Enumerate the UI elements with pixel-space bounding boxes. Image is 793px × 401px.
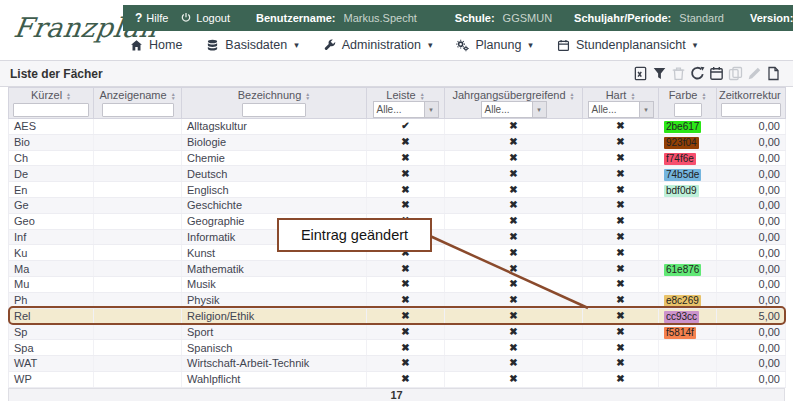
cell-kuerzel: WP (9, 371, 94, 387)
calendar-icon[interactable] (709, 66, 724, 81)
cell-kuerzel: En (9, 182, 94, 198)
table-row[interactable]: SpSport✖✖✖f5814f0,00 (9, 324, 786, 340)
logout-link[interactable]: Logout (180, 12, 230, 24)
cross-icon: ✖ (367, 182, 445, 198)
chevron-down-icon: ▾ (528, 40, 533, 50)
cell-farbe: cc93cc (659, 308, 717, 324)
zeitkorrektur-filter-input[interactable] (721, 103, 781, 117)
jahrgangsuebergreifend-filter-select[interactable]: Alle...▾ (481, 101, 547, 118)
color-swatch: cc93cc (664, 311, 699, 323)
cross-icon: ✖ (445, 229, 583, 245)
color-swatch: 2be617 (664, 121, 701, 133)
cell-kuerzel: Ph (9, 292, 94, 308)
administration-icon (323, 39, 336, 52)
table-row[interactable]: EnEnglisch✖✖✖bdf0d90,00 (9, 182, 786, 198)
cell-zeitkorrektur: 0,00 (717, 213, 786, 229)
nav-item-label: Basisdaten (225, 38, 287, 52)
table-row[interactable]: AESAlltagskultur✔✖✖2be6170,00 (9, 119, 786, 135)
cross-icon: ✖ (445, 119, 583, 135)
cross-icon: ✖ (445, 355, 583, 371)
cell-bezeichnung: Chemie (182, 150, 367, 166)
cell-anzeigename (94, 308, 182, 324)
column-header-zeitkorrektur[interactable]: Zeitkorrektur▲▼ (717, 88, 786, 102)
bezeichnung-filter-input[interactable] (242, 103, 306, 117)
table-row[interactable]: SpaSpanisch✖✖✖0,00 (9, 340, 786, 356)
cell-kuerzel: Ch (9, 150, 94, 166)
cell-anzeigename (94, 166, 182, 182)
table-row[interactable]: WPWahlpflicht✖✖✖0,00 (9, 371, 786, 387)
table-row[interactable]: PhPhysik✖✖✖e8c2690,00 (9, 292, 786, 308)
cell-bezeichnung: Mathematik (182, 261, 367, 277)
cell-kuerzel: Spa (9, 340, 94, 356)
panel-toolbar (633, 66, 783, 81)
edit-icon (747, 66, 762, 81)
column-header-farbe[interactable]: Farbe▲▼ (659, 88, 717, 102)
panel-header: Liste der Fächer (0, 60, 793, 87)
table-row[interactable]: GeGeschichte✖✖✖0,00 (9, 197, 786, 213)
nav-item-home[interactable]: Home (130, 38, 182, 52)
table-row[interactable]: MuMusik✖✖✖0,00 (9, 276, 786, 292)
nav-item-planung[interactable]: Planung▾ (456, 38, 532, 52)
cross-icon: ✖ (583, 150, 659, 166)
column-header-bezeichnung[interactable]: Bezeichnung▲▼ (182, 88, 367, 102)
period-label: Schuljahr/Periode: (574, 12, 671, 24)
cross-icon: ✖ (367, 371, 445, 387)
nav-item-basisdaten[interactable]: Basisdaten▾ (206, 38, 298, 52)
cross-icon: ✖ (583, 119, 659, 135)
cell-kuerzel: Ku (9, 245, 94, 261)
cell-farbe (659, 276, 717, 292)
column-header-hart[interactable]: Hart▲▼ (583, 88, 659, 102)
table-row[interactable]: BioBiologie✖✖✖923f040,00 (9, 134, 786, 150)
nav-item-label: Planung (475, 38, 521, 52)
table-row[interactable]: WATWirtschaft-Arbeit-Technik✖✖✖0,00 (9, 355, 786, 371)
nav-item-administration[interactable]: Administration▾ (323, 38, 433, 52)
cross-icon: ✖ (583, 182, 659, 198)
sort-icon: ▲▼ (66, 92, 71, 100)
cell-bezeichnung: Physik (182, 292, 367, 308)
color-swatch: bdf0d9 (664, 185, 699, 197)
cross-icon: ✖ (583, 229, 659, 245)
cross-icon: ✖ (445, 261, 583, 277)
callout-text: Eintrag geändert (301, 227, 408, 243)
cross-icon: ✖ (583, 197, 659, 213)
column-header-leiste[interactable]: Leiste▲▼ (367, 88, 445, 102)
anzeigename-filter-input[interactable] (102, 103, 174, 117)
cross-icon: ✖ (445, 134, 583, 150)
callout-box: Eintrag geändert (277, 218, 432, 252)
sort-icon: ▲▼ (701, 92, 706, 100)
table-row[interactable]: DeDeutsch✖✖✖74b5de0,00 (9, 166, 786, 182)
cross-icon: ✖ (367, 166, 445, 182)
table-row[interactable]: MaMathematik✖✖✖61e8760,00 (9, 261, 786, 277)
column-header-kuerzel[interactable]: Kürzel▲▼ (9, 88, 94, 102)
cell-zeitkorrektur: 0,00 (717, 371, 786, 387)
cell-zeitkorrektur: 0,00 (717, 197, 786, 213)
filter-icon[interactable] (652, 66, 667, 81)
new-entry-icon[interactable] (766, 66, 781, 81)
table-row[interactable]: ChChemie✖✖✖f74f6e0,00 (9, 150, 786, 166)
export-excel-icon[interactable] (633, 66, 648, 81)
cell-kuerzel: Bio (9, 134, 94, 150)
column-header-jahrgangsuebergreifend[interactable]: Jahrgangsübergreifend▲▼ (445, 88, 583, 102)
help-link[interactable]: ? Hilfe (135, 11, 168, 25)
cross-icon: ✖ (445, 197, 583, 213)
cell-kuerzel: Geo (9, 213, 94, 229)
cross-icon: ✖ (367, 340, 445, 356)
column-header-anzeigename[interactable]: Anzeigename▲▼ (94, 88, 182, 102)
cross-icon: ✖ (583, 371, 659, 387)
refresh-icon[interactable] (690, 66, 705, 81)
cell-anzeigename (94, 292, 182, 308)
farbe-filter-input[interactable] (674, 103, 702, 117)
chevron-down-icon: ▾ (639, 102, 653, 117)
cell-zeitkorrektur: 0,00 (717, 229, 786, 245)
cell-farbe: f5814f (659, 324, 717, 340)
cell-farbe (659, 245, 717, 261)
cross-icon: ✖ (583, 292, 659, 308)
help-icon: ? (135, 11, 142, 25)
nav-item-stundenplanansicht[interactable]: Stundenplanansicht▾ (557, 38, 697, 52)
table-row[interactable]: RelReligion/Ethik✖✖✖cc93cc5,00 (9, 308, 786, 324)
kuerzel-filter-input[interactable] (13, 103, 89, 117)
leiste-filter-select[interactable]: Alle...▾ (373, 101, 439, 118)
home-icon (130, 39, 143, 52)
hart-filter-select[interactable]: Alle...▾ (588, 101, 654, 118)
cross-icon: ✖ (583, 355, 659, 371)
